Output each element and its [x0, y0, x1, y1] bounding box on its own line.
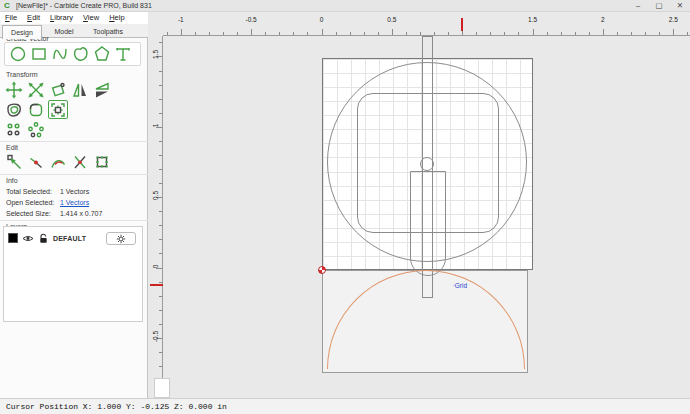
- polyline-tool[interactable]: [50, 45, 70, 64]
- move-tool[interactable]: [4, 80, 24, 99]
- vector-small-circle[interactable]: [420, 157, 434, 171]
- minimize-button[interactable]: –: [628, 0, 648, 12]
- design-canvas[interactable]: -1-0.500.51.522.5 1.510.50-0.5 ◦Grid: [148, 12, 690, 398]
- layer-row[interactable]: DEFAULT: [8, 231, 140, 245]
- boolean-tool[interactable]: [92, 152, 112, 171]
- text-tool[interactable]: [113, 45, 133, 64]
- cursor-y-marker: [150, 284, 163, 286]
- menu-edit[interactable]: Edit: [22, 12, 45, 23]
- status-bar: Cursor Position X: 1.000 Y: -0.125 Z: 0.…: [0, 398, 690, 414]
- app-logo-icon: C: [4, 2, 12, 10]
- total-selected-label: Total Selected:: [6, 187, 58, 196]
- cursor-x-marker: [461, 18, 463, 31]
- layers-list: DEFAULT: [3, 226, 143, 322]
- shear-tool[interactable]: [92, 80, 112, 99]
- cursor-position-readout: Cursor Position X: 1.000 Y: -0.125 Z: 0.…: [6, 402, 227, 411]
- menu-help[interactable]: Help: [104, 12, 129, 23]
- rotate-tool[interactable]: [48, 80, 68, 99]
- open-selected-label: Open Selected:: [6, 198, 58, 207]
- layer-color-swatch[interactable]: [8, 233, 18, 243]
- layer-visibility-eye-icon[interactable]: [22, 234, 34, 243]
- split-vector-tool[interactable]: [26, 152, 46, 171]
- info-title: Info: [6, 177, 18, 185]
- circle-tool[interactable]: [8, 45, 28, 64]
- menu-file[interactable]: File: [0, 12, 22, 23]
- transform-title: Transform: [6, 71, 38, 79]
- polygon-tool[interactable]: [92, 45, 112, 64]
- info-selected-size: Selected Size: 1.414 x 0.707: [6, 209, 102, 218]
- edit-title: Edit: [6, 144, 18, 152]
- info-open-selected: Open Selected: 1 Vectors: [6, 198, 89, 207]
- ruler-corner: [154, 378, 170, 398]
- offset-tool[interactable]: [4, 100, 24, 119]
- design-sidebar: Create Vector Transform Edit Info Total …: [0, 38, 148, 398]
- menu-bar: FileEditLibraryViewHelp: [0, 12, 148, 24]
- trim-vectors-tool[interactable]: [70, 152, 90, 171]
- window-title: [NewFile]* - Carbide Create PRO, Build 8…: [16, 2, 152, 9]
- total-selected-value: 1 Vectors: [60, 188, 89, 195]
- tab-design[interactable]: Design: [2, 25, 42, 39]
- layer-name: DEFAULT: [53, 235, 86, 242]
- layer-lock-icon[interactable]: [38, 233, 49, 244]
- open-selected-link[interactable]: 1 Vectors: [60, 199, 89, 206]
- rectangle-tool[interactable]: [29, 45, 49, 64]
- maximize-button[interactable]: ▢: [649, 0, 669, 12]
- tab-bar: Design Model Toolpaths: [0, 24, 148, 38]
- layer-settings-button[interactable]: [106, 232, 136, 245]
- curve-tool[interactable]: [71, 45, 91, 64]
- selected-size-value: 1.414 x 0.707: [60, 210, 102, 217]
- circular-array-tool[interactable]: [26, 120, 46, 139]
- selected-size-label: Selected Size:: [6, 209, 58, 218]
- fillet-tool[interactable]: [26, 100, 46, 119]
- menu-library[interactable]: Library: [45, 12, 78, 23]
- origin-marker-icon[interactable]: [318, 266, 326, 274]
- info-total-selected: Total Selected: 1 Vectors: [6, 187, 89, 196]
- create-vector-toolbox: [4, 42, 141, 66]
- fillet-vectors-tool[interactable]: [48, 152, 68, 171]
- node-edit-tool[interactable]: [4, 152, 24, 171]
- nudge-tool[interactable]: [48, 100, 68, 119]
- scale-tool[interactable]: [26, 80, 46, 99]
- title-bar: C [NewFile]* - Carbide Create PRO, Build…: [0, 0, 690, 12]
- linear-array-tool[interactable]: [4, 120, 24, 139]
- tab-model[interactable]: Model: [46, 25, 82, 38]
- close-button[interactable]: ✕: [670, 0, 690, 12]
- ruler-vertical: 1.510.50-0.5: [150, 36, 163, 397]
- ruler-horizontal: -1-0.500.51.522.5: [163, 14, 690, 36]
- menu-view[interactable]: View: [78, 12, 104, 23]
- grid-label: ◦Grid: [453, 282, 467, 289]
- mirror-tool[interactable]: [70, 80, 90, 99]
- tab-toolpaths[interactable]: Toolpaths: [86, 25, 130, 38]
